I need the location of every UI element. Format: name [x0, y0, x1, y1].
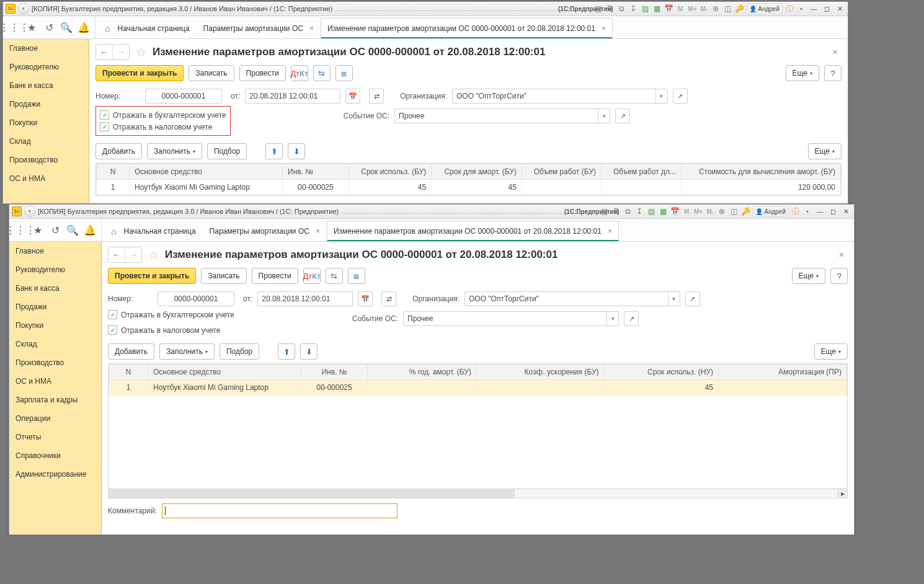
table-more-button[interactable]: Еще▾	[814, 343, 848, 360]
fill-button[interactable]: Заполнить▾	[147, 143, 202, 159]
down-icon[interactable]: ↧	[634, 206, 644, 216]
copy-icon[interactable]: ⧉	[616, 4, 626, 14]
th-inv[interactable]: Инв. №	[283, 164, 349, 180]
sidebar-item-main[interactable]: Главное	[9, 242, 101, 260]
more-button[interactable]: Еще▾	[786, 65, 819, 81]
org-input[interactable]: ООО "ОптТоргСити" ▾	[464, 291, 680, 306]
titlebar-dropdown-icon[interactable]: ▾	[18, 3, 29, 14]
table-more-button[interactable]: Еще▾	[808, 143, 842, 159]
stack-icon[interactable]: ▤	[640, 4, 650, 14]
th-amort-pr[interactable]: Амортизация (ПР)	[719, 365, 847, 380]
dtkt-icon[interactable]: ДтКт	[303, 268, 321, 284]
list-icon[interactable]: ≣	[348, 268, 365, 284]
favorites-star-icon[interactable]: ★	[30, 223, 45, 237]
open-icon[interactable]: ↗	[624, 311, 639, 326]
check-reflect-nu[interactable]: ✓ Отражать в налоговом учете	[108, 324, 234, 336]
link-icon[interactable]: ⇆	[326, 268, 343, 284]
calendar-button-icon[interactable]: 📅	[358, 291, 373, 306]
th-asset[interactable]: Основное средство	[148, 365, 301, 380]
tab-home[interactable]: ⌂ Начальная страница	[98, 18, 197, 38]
favorites-star-icon[interactable]: ★	[24, 20, 39, 35]
favorite-star-icon[interactable]: ☆	[136, 45, 146, 60]
number-input[interactable]: 0000-000001	[145, 89, 222, 104]
search-icon[interactable]: 🔍	[59, 20, 74, 35]
maximize-button[interactable]: ◻	[821, 4, 832, 14]
move-up-button[interactable]: ⬆	[278, 343, 295, 360]
user-chip[interactable]: 👤Андрей	[746, 3, 783, 14]
th-vol1[interactable]: Объем работ (БУ)	[522, 164, 601, 180]
sidebar-item-os-nma[interactable]: ОС и НМА	[9, 372, 101, 391]
history-icon[interactable]: ↺	[48, 223, 63, 237]
sidebar-item-main[interactable]: Главное	[3, 39, 89, 58]
stack-icon[interactable]: ▤	[646, 206, 656, 216]
date-input[interactable]: 20.08.2018 12:00:01	[257, 291, 353, 306]
sidebar-item-purchases[interactable]: Покупки	[9, 316, 101, 335]
page-close-icon[interactable]: ×	[835, 250, 848, 260]
post-button[interactable]: Провести	[239, 65, 286, 81]
grid-icon[interactable]: ▦	[658, 206, 668, 216]
m-icon[interactable]: M	[675, 4, 685, 14]
th-term-nu[interactable]: Срок использ. (НУ)	[604, 365, 718, 380]
nav-back-icon[interactable]: ←	[96, 45, 113, 60]
tab-close-icon[interactable]: ×	[316, 227, 320, 236]
check-reflect-bu[interactable]: ✓ Отражать в бухгалтерском учете	[108, 309, 234, 321]
th-term-amort[interactable]: Срок для аморт. (БУ)	[432, 164, 522, 180]
comment-input[interactable]	[162, 503, 398, 518]
move-down-button[interactable]: ⬇	[300, 343, 318, 360]
sidebar-item-refs[interactable]: Справочники	[9, 446, 101, 465]
sidebar-item-production[interactable]: Производство	[3, 151, 89, 169]
sidebar-item-purchases[interactable]: Покупки	[3, 113, 89, 132]
page-close-icon[interactable]: ×	[829, 47, 842, 57]
m-plus-icon[interactable]: M+	[693, 206, 703, 216]
m-plus-icon[interactable]: M+	[687, 4, 697, 14]
write-button[interactable]: Записать	[189, 65, 234, 81]
sidebar-item-production[interactable]: Производство	[9, 353, 101, 372]
info-icon[interactable]: ⓘ	[791, 206, 801, 216]
user-chip[interactable]: 👤Андрей	[752, 206, 789, 217]
bell-icon[interactable]: 🔔	[76, 20, 91, 35]
info-icon[interactable]: ⓘ	[784, 4, 794, 14]
select-button[interactable]: Подбор	[207, 143, 247, 159]
panels-icon[interactable]: ◫	[722, 4, 732, 14]
dropdown-icon[interactable]: ▾	[655, 89, 667, 103]
grid-icon[interactable]: ▦	[652, 4, 662, 14]
open-icon[interactable]: ↗	[615, 108, 630, 123]
move-up-button[interactable]: ⬆	[265, 143, 283, 159]
print-icon[interactable]: 🖶	[611, 206, 621, 216]
sidebar-item-bank[interactable]: Банк и касса	[9, 279, 101, 298]
sidebar-item-manager[interactable]: Руководителю	[9, 260, 101, 279]
m-minus-icon[interactable]: M-	[705, 206, 715, 216]
th-pct[interactable]: % год. аморт. (БУ)	[368, 365, 477, 380]
sections-grid-icon[interactable]: ⋮⋮⋮	[13, 223, 28, 237]
dropdown-icon[interactable]: ▾	[606, 312, 618, 325]
history-icon[interactable]: ↺	[42, 20, 56, 35]
close-button[interactable]: ✕	[834, 4, 845, 14]
th-cost[interactable]: Стоимость для вычисления аморт. (БУ)	[682, 164, 841, 180]
more-button[interactable]: Еще▾	[792, 268, 825, 284]
sidebar-item-manager[interactable]: Руководителю	[3, 58, 89, 76]
add-button[interactable]: Добавить	[96, 143, 142, 159]
th-term-bu[interactable]: Срок использ. (БУ)	[349, 164, 432, 180]
calendar-icon[interactable]: 📅	[664, 4, 673, 14]
print-preview-icon[interactable]: ▤	[593, 4, 603, 14]
key-icon[interactable]: 🔑	[734, 4, 744, 14]
down-icon[interactable]: ↧	[628, 4, 638, 14]
m-icon[interactable]: M	[682, 206, 691, 216]
tab-params[interactable]: Параметры амортизации ОС ×	[203, 221, 327, 241]
dropdown-icon[interactable]: ▾	[598, 109, 610, 123]
swap-icon[interactable]: ⇄	[369, 89, 384, 104]
print-icon[interactable]: 🖶	[605, 4, 615, 14]
sidebar-item-operations[interactable]: Операции	[9, 409, 101, 428]
tab-home[interactable]: ⌂ Начальная страница	[104, 221, 203, 241]
m-minus-icon[interactable]: M-	[699, 4, 709, 14]
scroll-thumb[interactable]	[109, 489, 515, 498]
open-icon[interactable]: ↗	[673, 89, 688, 104]
minimize-button[interactable]: —	[814, 206, 825, 216]
maximize-button[interactable]: ◻	[827, 206, 838, 216]
sidebar-item-payroll[interactable]: Зарплата и кадры	[9, 391, 101, 409]
th-n[interactable]: N	[97, 164, 130, 180]
nav-back-icon[interactable]: ←	[109, 247, 125, 262]
tab-change-params[interactable]: Изменение параметров амортизации ОС 0000…	[321, 18, 613, 38]
help-button[interactable]: ?	[824, 65, 842, 81]
tab-params[interactable]: Параметры амортизации ОС ×	[197, 18, 321, 38]
